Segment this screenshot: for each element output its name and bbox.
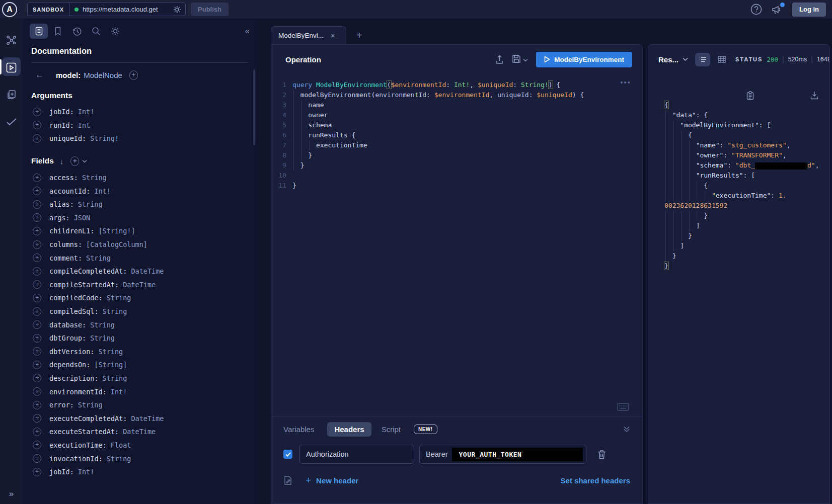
field-name[interactable]: description: bbox=[49, 374, 99, 382]
query-editor[interactable]: 1234567891011 query ModelByEnvironment($… bbox=[271, 74, 642, 416]
add-to-query-icon[interactable]: + bbox=[33, 134, 41, 143]
schema-graph-icon[interactable] bbox=[0, 30, 23, 50]
header-key-input[interactable]: Authorization bbox=[299, 445, 414, 464]
argument-name[interactable]: jobId: bbox=[49, 108, 74, 116]
argument-type[interactable]: String! bbox=[90, 134, 119, 142]
docs-settings-gear-icon[interactable] bbox=[106, 24, 124, 39]
download-response-icon[interactable] bbox=[763, 81, 818, 113]
publish-button[interactable]: Publish bbox=[191, 3, 229, 16]
add-to-query-icon[interactable]: + bbox=[33, 240, 41, 249]
header-value-input[interactable]: Bearer YOUR_AUTH_TOKEN bbox=[419, 445, 586, 464]
field-type[interactable]: JSON bbox=[74, 214, 91, 222]
field-type[interactable]: String bbox=[90, 321, 115, 329]
add-header-button[interactable]: + New header bbox=[306, 475, 358, 486]
field-name[interactable]: columns: bbox=[49, 240, 82, 248]
docs-tab-icon[interactable] bbox=[30, 24, 48, 39]
add-to-query-icon[interactable]: + bbox=[33, 441, 41, 449]
field-name[interactable]: compileStartedAt: bbox=[49, 281, 119, 289]
share-icon[interactable] bbox=[495, 55, 504, 64]
view-table-toggle[interactable] bbox=[714, 53, 729, 66]
response-body[interactable]: { "data": { "modelByEnvironment": [ { "n… bbox=[648, 74, 829, 503]
field-type[interactable]: DateTime bbox=[123, 428, 156, 436]
add-to-query-icon[interactable]: + bbox=[33, 267, 41, 276]
sandbox-endpoint-chip[interactable]: SANDBOX https://metadata.cloud.get bbox=[27, 3, 186, 16]
add-to-query-icon[interactable]: + bbox=[33, 200, 41, 209]
field-name[interactable]: alias: bbox=[49, 200, 74, 208]
field-type[interactable]: String bbox=[86, 254, 111, 262]
add-to-query-icon[interactable]: + bbox=[33, 320, 41, 329]
response-selector[interactable]: Res... bbox=[658, 55, 678, 64]
field-name[interactable]: invocationId: bbox=[49, 455, 103, 463]
set-shared-headers-link[interactable]: Set shared headers bbox=[561, 476, 630, 485]
field-type[interactable]: Float bbox=[111, 441, 131, 449]
argument-type[interactable]: Int! bbox=[78, 108, 95, 116]
keyboard-shortcuts-icon[interactable] bbox=[617, 403, 629, 411]
collections-icon[interactable] bbox=[0, 85, 23, 105]
header-enabled-checkbox[interactable] bbox=[283, 450, 292, 459]
close-tab-icon[interactable]: × bbox=[331, 31, 335, 40]
tab-script[interactable]: Script bbox=[382, 425, 401, 434]
headers-file-icon[interactable] bbox=[283, 475, 292, 485]
field-type[interactable]: String bbox=[90, 334, 115, 342]
field-type[interactable]: String bbox=[98, 348, 123, 356]
sort-fields-icon[interactable]: ↓ bbox=[60, 157, 64, 165]
add-to-query-icon[interactable]: + bbox=[33, 294, 41, 302]
field-name[interactable]: database: bbox=[49, 321, 86, 329]
endpoint-settings-gear-icon[interactable] bbox=[173, 6, 181, 14]
copy-response-icon[interactable] bbox=[699, 81, 754, 113]
add-to-query-icon[interactable]: + bbox=[33, 428, 41, 436]
field-name[interactable]: executeStartedAt: bbox=[49, 428, 119, 436]
add-type-icon[interactable]: + bbox=[129, 70, 138, 80]
add-to-query-icon[interactable]: + bbox=[33, 361, 41, 369]
save-icon[interactable] bbox=[512, 54, 521, 65]
argument-name[interactable]: uniqueId: bbox=[49, 134, 86, 142]
field-name[interactable]: access: bbox=[49, 174, 78, 182]
field-type[interactable]: DateTime bbox=[131, 267, 164, 275]
add-to-query-icon[interactable]: + bbox=[33, 468, 41, 476]
field-name[interactable]: args: bbox=[49, 214, 70, 222]
field-type[interactable]: [String!] bbox=[98, 227, 135, 235]
field-name[interactable]: comment: bbox=[49, 254, 82, 262]
field-name[interactable]: childrenL1: bbox=[49, 227, 94, 235]
field-name[interactable]: compiledCode: bbox=[49, 294, 103, 302]
save-group[interactable] bbox=[512, 54, 528, 65]
field-name[interactable]: accountId: bbox=[49, 187, 90, 195]
operation-more-options-icon[interactable]: ••• bbox=[620, 78, 631, 87]
add-all-fields-icon[interactable]: + bbox=[70, 156, 79, 166]
field-type[interactable]: Int! bbox=[111, 388, 127, 396]
login-button[interactable]: Log in bbox=[792, 3, 826, 17]
field-type[interactable]: String bbox=[78, 401, 103, 409]
add-fields-chevron-icon[interactable] bbox=[82, 159, 87, 163]
tab-headers[interactable]: Headers bbox=[327, 422, 371, 437]
field-type[interactable]: Int! bbox=[94, 187, 111, 195]
breadcrumb-type[interactable]: ModelNode bbox=[84, 71, 122, 79]
add-to-query-icon[interactable]: + bbox=[33, 374, 41, 382]
field-type[interactable]: [String] bbox=[94, 361, 127, 369]
delete-header-icon[interactable] bbox=[597, 450, 606, 459]
back-arrow-icon[interactable]: ← bbox=[35, 70, 44, 80]
search-icon[interactable] bbox=[87, 24, 105, 39]
auth-token-value[interactable]: YOUR_AUTH_TOKEN bbox=[452, 448, 583, 461]
field-name[interactable]: error: bbox=[49, 401, 74, 409]
add-to-query-icon[interactable]: + bbox=[33, 187, 41, 195]
add-to-query-icon[interactable]: + bbox=[33, 280, 41, 289]
add-to-query-icon[interactable]: + bbox=[33, 414, 41, 423]
field-name[interactable]: compileCompletedAt: bbox=[49, 267, 127, 275]
docs-scrollbar[interactable] bbox=[253, 69, 255, 145]
add-to-query-icon[interactable]: + bbox=[33, 347, 41, 356]
run-operation-button[interactable]: ModelByEnvironment bbox=[536, 52, 632, 67]
new-tab-icon[interactable]: + bbox=[356, 30, 362, 41]
argument-name[interactable]: runId: bbox=[49, 121, 74, 129]
field-name[interactable]: executeCompletedAt: bbox=[49, 414, 127, 423]
field-type[interactable]: [CatalogColumn] bbox=[86, 240, 147, 248]
explorer-icon[interactable] bbox=[0, 57, 23, 77]
response-selector-chevron-icon[interactable] bbox=[683, 57, 688, 61]
bookmark-icon[interactable] bbox=[49, 24, 67, 39]
endpoint-url-input[interactable]: https://metadata.cloud.get bbox=[83, 6, 172, 13]
add-to-query-icon[interactable]: + bbox=[33, 121, 41, 129]
field-type[interactable]: String bbox=[107, 455, 131, 463]
add-to-query-icon[interactable]: + bbox=[33, 334, 41, 343]
operation-tab[interactable]: ModelByEnvi... × bbox=[271, 26, 346, 44]
field-type[interactable]: String bbox=[107, 294, 131, 302]
add-to-query-icon[interactable]: + bbox=[33, 108, 41, 116]
